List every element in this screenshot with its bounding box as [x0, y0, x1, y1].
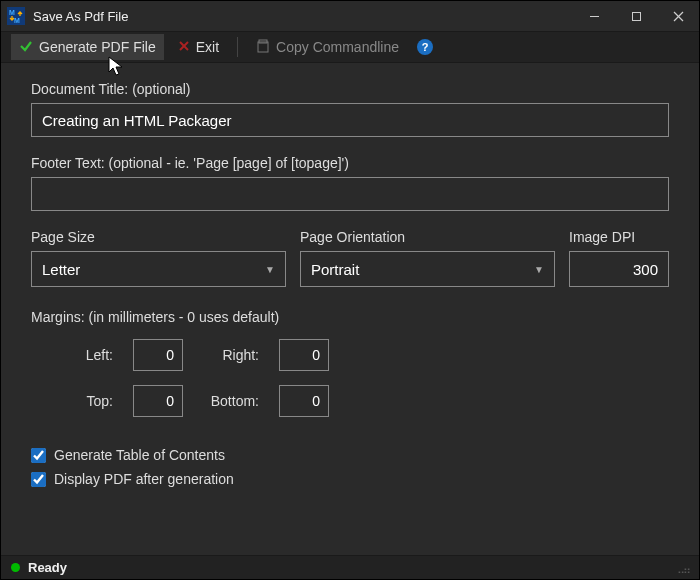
dpi-label: Image DPI	[569, 229, 669, 245]
chevron-down-icon: ▼	[265, 264, 275, 275]
minimize-button[interactable]	[573, 1, 615, 31]
copy-commandline-button[interactable]: Copy Commandline	[248, 34, 407, 60]
doc-title-field: Document Title: (optional)	[31, 81, 669, 137]
svg-rect-4	[632, 12, 640, 20]
help-button[interactable]: ?	[417, 39, 433, 55]
save-as-pdf-window: M M Save As Pdf File Generate PDF File E…	[0, 0, 700, 580]
status-dot-icon	[11, 563, 20, 572]
footer-text-label: Footer Text: (optional - ie. 'Page [page…	[31, 155, 669, 171]
margin-left-input[interactable]	[133, 339, 183, 371]
copy-commandline-label: Copy Commandline	[276, 39, 399, 55]
margin-left-label: Left:	[57, 347, 113, 363]
page-settings-row: Page Size Letter ▼ Page Orientation Port…	[31, 229, 669, 287]
maximize-button[interactable]	[615, 1, 657, 31]
toc-checkbox-label: Generate Table of Contents	[54, 447, 225, 463]
margin-top-input[interactable]	[133, 385, 183, 417]
display-checkbox-row[interactable]: Display PDF after generation	[31, 471, 669, 487]
dpi-col: Image DPI	[569, 229, 669, 287]
orientation-value: Portrait	[311, 261, 534, 278]
copy-icon	[256, 39, 270, 56]
resize-grip-icon[interactable]: ⣀⣤	[677, 561, 689, 574]
svg-text:M: M	[14, 17, 20, 24]
statusbar: Ready ⣀⣤	[1, 555, 699, 579]
margins-grid: Left: Right: Top: Bottom:	[57, 339, 669, 417]
dpi-input[interactable]	[569, 251, 669, 287]
margin-top-label: Top:	[57, 393, 113, 409]
toc-checkbox-row[interactable]: Generate Table of Contents	[31, 447, 669, 463]
toolbar: Generate PDF File Exit Copy Commandline …	[1, 31, 699, 63]
close-button[interactable]	[657, 1, 699, 31]
doc-title-input[interactable]	[31, 103, 669, 137]
window-buttons	[573, 1, 699, 31]
check-icon	[19, 39, 33, 56]
page-size-label: Page Size	[31, 229, 286, 245]
toc-checkbox[interactable]	[31, 448, 46, 463]
generate-pdf-button[interactable]: Generate PDF File	[11, 34, 164, 60]
footer-text-input[interactable]	[31, 177, 669, 211]
form-content: Document Title: (optional) Footer Text: …	[1, 63, 699, 555]
window-title: Save As Pdf File	[33, 9, 573, 24]
margin-bottom-input[interactable]	[279, 385, 329, 417]
exit-label: Exit	[196, 39, 219, 55]
svg-text:M: M	[9, 9, 15, 16]
page-size-select[interactable]: Letter ▼	[31, 251, 286, 287]
status-text: Ready	[28, 560, 67, 575]
margin-right-input[interactable]	[279, 339, 329, 371]
margin-right-label: Right:	[203, 347, 259, 363]
orientation-label: Page Orientation	[300, 229, 555, 245]
generate-pdf-label: Generate PDF File	[39, 39, 156, 55]
footer-text-field: Footer Text: (optional - ie. 'Page [page…	[31, 155, 669, 211]
x-icon	[178, 39, 190, 55]
page-size-col: Page Size Letter ▼	[31, 229, 286, 287]
orientation-select[interactable]: Portrait ▼	[300, 251, 555, 287]
display-checkbox-label: Display PDF after generation	[54, 471, 234, 487]
margin-bottom-label: Bottom:	[203, 393, 259, 409]
app-icon: M M	[7, 7, 25, 25]
margins-label: Margins: (in millimeters - 0 uses defaul…	[31, 309, 669, 325]
titlebar: M M Save As Pdf File	[1, 1, 699, 31]
toolbar-divider	[237, 37, 238, 57]
display-checkbox[interactable]	[31, 472, 46, 487]
exit-button[interactable]: Exit	[170, 34, 227, 60]
doc-title-label: Document Title: (optional)	[31, 81, 669, 97]
chevron-down-icon: ▼	[534, 264, 544, 275]
orientation-col: Page Orientation Portrait ▼	[300, 229, 555, 287]
page-size-value: Letter	[42, 261, 265, 278]
